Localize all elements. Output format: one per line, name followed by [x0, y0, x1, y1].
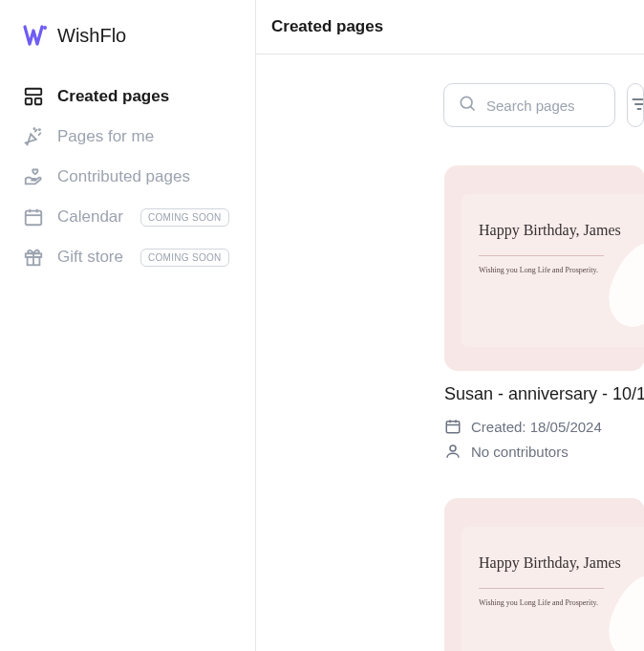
brand-logo[interactable]: WishFlo [0, 23, 255, 86]
meta-contributors: No contributors [444, 443, 644, 460]
divider [479, 588, 604, 589]
svg-point-4 [39, 129, 40, 130]
hand-heart-icon [23, 166, 44, 187]
search-box[interactable] [443, 83, 615, 127]
cards-list: Happy Birthday, James Wishing you Long L… [256, 165, 644, 651]
coming-soon-badge: COMING SOON [140, 249, 229, 267]
filter-icon [630, 95, 644, 117]
card-title: Susan - anniversary - 10/11/ [444, 384, 644, 404]
page-title: Created pages [271, 17, 383, 35]
sidebar-nav: Created pages Pages for me [0, 86, 255, 268]
created-label: Created: 18/05/2024 [471, 419, 602, 435]
brand-name: WishFlo [57, 25, 126, 47]
svg-line-14 [470, 106, 474, 110]
svg-point-0 [43, 26, 47, 30]
meta-created: Created: 18/05/2024 [444, 418, 644, 435]
card-preview: Happy Birthday, James Wishing you Long L… [444, 498, 644, 651]
logo-icon [23, 23, 48, 48]
svg-rect-1 [26, 89, 42, 95]
nav-label: Contributed pages [57, 167, 190, 186]
page-card[interactable]: Happy Birthday, James Wishing you Long L… [444, 165, 644, 460]
page-card[interactable]: Happy Birthday, James Wishing you Long L… [444, 498, 644, 651]
search-input[interactable] [486, 98, 601, 114]
svg-point-22 [450, 445, 456, 451]
toolbar [443, 83, 644, 127]
content-area: Happy Birthday, James Wishing you Long L… [256, 54, 644, 651]
card-meta: Created: 18/05/2024 No contributors [444, 418, 644, 460]
gift-icon [23, 247, 44, 268]
svg-rect-2 [26, 98, 32, 104]
calendar-icon [23, 206, 44, 228]
divider [479, 255, 604, 256]
user-icon [444, 443, 462, 460]
coming-soon-badge: COMING SOON [140, 208, 229, 227]
card-preview: Happy Birthday, James Wishing you Long L… [444, 165, 644, 371]
confetti-icon [23, 126, 44, 147]
nav-label: Pages for me [57, 127, 154, 146]
search-icon [458, 94, 477, 117]
svg-rect-3 [35, 98, 41, 104]
nav-label: Gift store [57, 248, 123, 267]
svg-rect-6 [26, 211, 42, 226]
preview-heading: Happy Birthday, James [479, 219, 644, 242]
sidebar: WishFlo Created pages [0, 0, 256, 651]
sidebar-item-calendar[interactable]: Calendar COMING SOON [23, 206, 232, 228]
page-header: Created pages [256, 0, 644, 54]
sidebar-item-contributed-pages[interactable]: Contributed pages [23, 166, 232, 187]
svg-rect-18 [446, 422, 460, 433]
filter-button[interactable] [627, 83, 644, 127]
nav-label: Created pages [57, 87, 169, 106]
sidebar-item-gift-store[interactable]: Gift store COMING SOON [23, 247, 232, 268]
nav-label: Calendar [57, 207, 123, 227]
sidebar-item-created-pages[interactable]: Created pages [23, 86, 232, 107]
sidebar-item-pages-for-me[interactable]: Pages for me [23, 126, 232, 147]
svg-point-13 [461, 97, 472, 108]
preview-heading: Happy Birthday, James [479, 552, 644, 575]
grid-icon [23, 86, 44, 107]
contributors-label: No contributors [471, 444, 569, 460]
calendar-icon [444, 418, 462, 435]
svg-point-5 [33, 128, 34, 129]
main-content: Created pages [256, 0, 644, 651]
